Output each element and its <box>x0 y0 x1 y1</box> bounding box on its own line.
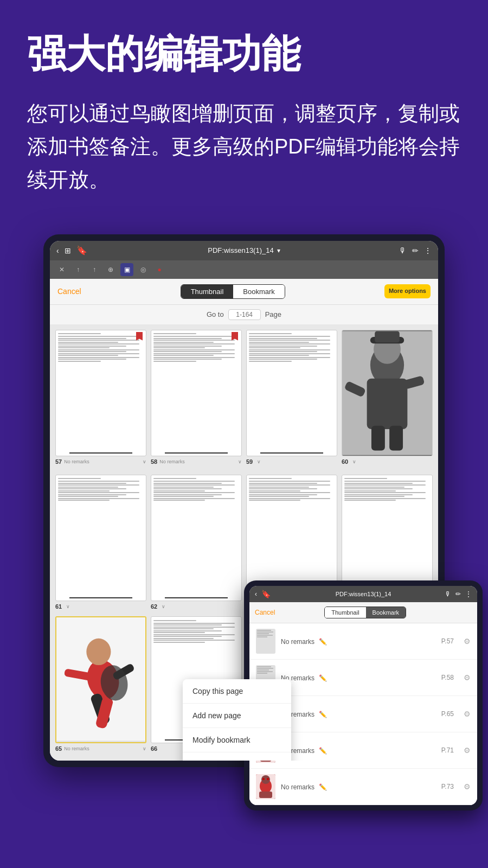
menu-item-add[interactable]: Add new page <box>183 704 291 728</box>
chevron-57[interactable]: ∨ <box>143 459 146 464</box>
svg-rect-36 <box>259 792 272 798</box>
bm-gear-65[interactable]: ⚙ <box>464 710 471 718</box>
overlay-pen-icon[interactable]: ✏ <box>455 590 461 598</box>
bm-thumb-73 <box>256 774 275 799</box>
toolbar-icon-6[interactable]: ● <box>153 263 166 276</box>
overlay-statusbar: ‹ 🔖 PDF:wissen13(1)_14 🎙 ✏ ⋮ <box>249 586 477 602</box>
thumb-cell-62: 62 ∨ <box>151 475 242 610</box>
page-num-58: 58 <box>151 458 157 465</box>
bm-thumb-57 <box>256 629 275 654</box>
page-66-content <box>151 617 241 646</box>
bm-page-58: P.58 <box>441 674 454 681</box>
chevron-58[interactable]: ∨ <box>238 459 242 464</box>
goto-input[interactable] <box>228 309 261 320</box>
menu-item-copy[interactable]: Copy this page <box>183 679 291 704</box>
toolbar-icon-2[interactable]: ↑ <box>72 263 85 276</box>
chevron-62[interactable]: ∨ <box>162 604 165 609</box>
page-num-59: 59 <box>246 458 253 465</box>
pen-icon[interactable]: ✏ <box>412 246 419 255</box>
remark-65: No remarks <box>64 746 89 751</box>
bm-edit-58[interactable]: ✏️ <box>319 674 327 682</box>
menu-item-bookmark[interactable]: Modify bookmark <box>183 728 291 752</box>
bm-info-71: No remarks ✏️ <box>281 745 436 755</box>
thumb-page-61[interactable] <box>55 475 146 601</box>
bm-edit-65[interactable]: ✏️ <box>319 711 327 718</box>
page-num-61: 61 <box>55 603 62 610</box>
remark-57: No remarks <box>64 459 89 464</box>
page-label: Page <box>265 310 281 318</box>
tab-bookmark[interactable]: Bookmark <box>233 285 285 298</box>
menu-item-delete[interactable]: Delete this page <box>183 752 291 761</box>
bm-gear-73[interactable]: ⚙ <box>464 782 471 791</box>
bm-gear-71[interactable]: ⚙ <box>464 746 471 755</box>
back-icon[interactable]: ‹ <box>56 246 59 255</box>
more-icon[interactable]: ⋮ <box>424 246 432 255</box>
page-num-65: 65 <box>55 745 62 752</box>
page-61-content <box>56 475 146 504</box>
svg-point-34 <box>262 778 265 780</box>
thumb-label-60: 60 ∨ <box>342 458 433 465</box>
svg-rect-4 <box>389 425 403 450</box>
bm-page-73: P.73 <box>441 783 454 790</box>
cancel-button[interactable]: Cancel <box>57 287 81 296</box>
chevron-65[interactable]: ∨ <box>143 746 146 751</box>
svg-rect-2 <box>367 378 408 429</box>
bm-edit-73[interactable]: ✏️ <box>319 783 327 791</box>
overlay-tab-thumbnail[interactable]: Thumbnail <box>325 607 365 618</box>
bm-remark-57: No remarks <box>281 638 314 646</box>
hero-description: 您可以通过鸟瞰图增删页面，调整页序，复制或添加书签备注。更多高级的PDF编辑功能… <box>27 97 461 196</box>
svg-rect-7 <box>375 331 400 342</box>
toolbar-icon-3[interactable]: ↑ <box>88 263 101 276</box>
chevron-down-icon[interactable]: ▾ <box>277 247 280 254</box>
thumb-page-59[interactable] <box>246 330 337 456</box>
thumb-label-57: 57 No remarks ∨ <box>55 458 146 465</box>
mic-icon[interactable]: 🎙 <box>399 246 407 255</box>
bm-page-57: P.57 <box>441 637 454 645</box>
overlay-back-icon[interactable]: ‹ <box>255 590 257 598</box>
thumb-cell-60: 60 ∨ <box>342 330 433 465</box>
chevron-61[interactable]: ∨ <box>66 604 70 609</box>
bm-info-57: No remarks ✏️ <box>281 636 436 646</box>
thumbnail-header: Cancel Thumbnail Bookmark More options <box>50 279 438 305</box>
overlay-bookmark-icon[interactable]: 🔖 <box>261 590 271 598</box>
bm-edit-57[interactable]: ✏️ <box>319 638 327 646</box>
overlay-more-icon[interactable]: ⋮ <box>465 590 472 598</box>
overlay-cancel-button[interactable]: Cancel <box>255 609 275 616</box>
thumb-label-61: 61 ∨ <box>55 603 146 610</box>
overlay-tab-bookmark[interactable]: Bookmark <box>366 607 406 618</box>
bm-gear-58[interactable]: ⚙ <box>464 673 471 682</box>
thumb-page-62[interactable] <box>151 475 242 601</box>
bm-edit-71[interactable]: ✏️ <box>319 747 327 755</box>
context-menu: Copy this page Add new page Modify bookm… <box>183 679 291 761</box>
tablet-statusbar: ‹ ⊞ 🔖 PDF:wissen13(1)_14 ▾ 🎙 ✏ ⋮ <box>50 241 438 260</box>
tab-thumbnail[interactable]: Thumbnail <box>181 285 234 298</box>
thumb-page-57[interactable] <box>55 330 146 456</box>
bookmark-item-73[interactable]: No remarks ✏️ P.73 ⚙ <box>249 769 477 805</box>
thumb-label-59: 59 ∨ <box>246 458 337 465</box>
chevron-60[interactable]: ∨ <box>352 459 356 464</box>
thumb-label-58: 58 No remarks ∨ <box>151 458 242 465</box>
thumb-cell-61: 61 ∨ <box>55 475 146 610</box>
statusbar-title: PDF:wissen13(1)_14 ▾ <box>208 246 280 254</box>
page-62-content <box>151 475 241 504</box>
more-options-button[interactable]: More options <box>384 284 431 298</box>
toolbar-icon-active[interactable]: ▣ <box>120 263 133 276</box>
toolbar-icon-4[interactable]: ⊕ <box>104 263 117 276</box>
thumb-page-58[interactable] <box>151 330 242 456</box>
toolbar-icon-5[interactable]: ◎ <box>137 263 150 276</box>
bm-gear-57[interactable]: ⚙ <box>464 637 471 646</box>
bookmark-icon[interactable]: 🔖 <box>76 245 87 256</box>
overlay-mic-icon[interactable]: 🎙 <box>445 590 451 598</box>
hero-section: 强大的编辑功能 您可以通过鸟瞰图增删页面，调整页序，复制或添加书签备注。更多高级… <box>0 0 488 218</box>
toolbar-icon-1[interactable]: ✕ <box>55 263 68 276</box>
thumb-page-65[interactable] <box>55 616 146 743</box>
overlay-cancel-row: Cancel Thumbnail Bookmark <box>249 602 477 623</box>
thumb-page-60[interactable] <box>342 330 433 456</box>
page-63-content <box>247 475 337 504</box>
thumb-label-65: 65 No remarks ∨ <box>55 745 146 752</box>
chevron-59[interactable]: ∨ <box>257 459 261 464</box>
thumb-cell-58: 58 No remarks ∨ <box>151 330 242 465</box>
hero-title: 强大的编辑功能 <box>27 33 461 75</box>
bookmark-item-57[interactable]: No remarks ✏️ P.57 ⚙ <box>249 623 477 660</box>
grid-icon[interactable]: ⊞ <box>65 246 71 255</box>
